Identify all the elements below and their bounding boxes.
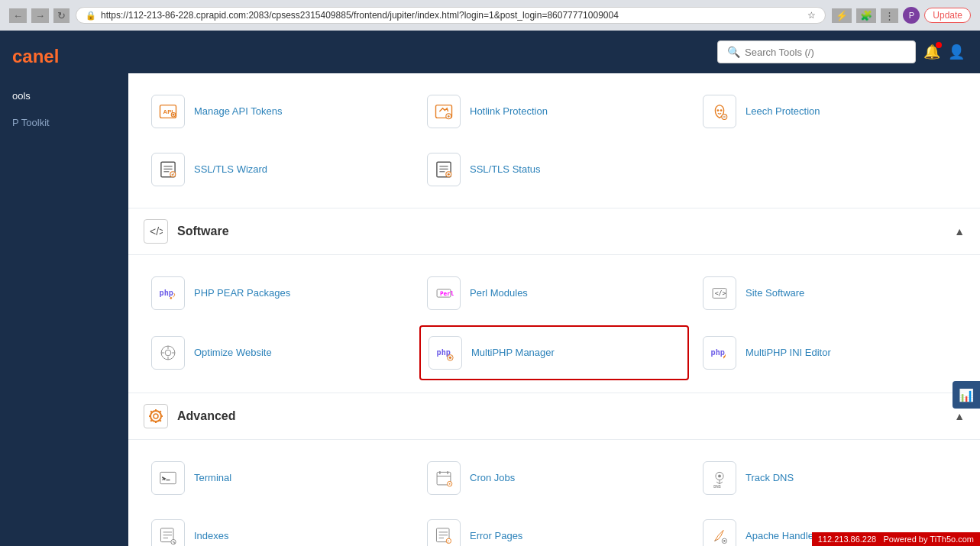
indexes-label: Indexes — [194, 530, 229, 543]
software-section-title: Software — [177, 225, 229, 238]
optimize-website-label: Optimize Website — [194, 347, 272, 360]
multiphp-manager-icon-wrap: php — [429, 336, 462, 370]
menu-icon[interactable]: ⋮ — [881, 8, 898, 23]
software-section-icon: </> — [144, 219, 168, 244]
svg-line-47 — [160, 420, 161, 422]
svg-text:Perl: Perl — [440, 290, 454, 297]
sidebar: canel ools P Toolkit — [0, 31, 128, 546]
track-dns-icon-wrap: DNS — [703, 461, 736, 495]
terminal-icon — [157, 467, 179, 489]
star-icon: ☆ — [807, 10, 816, 21]
security-tools-grid: API Manage API Tokens — [128, 73, 980, 208]
tool-item-manage-api-tokens[interactable]: API Manage API Tokens — [144, 86, 413, 137]
extensions-icon[interactable]: 🧩 — [856, 8, 876, 23]
multiphp-manager-label: MultiPHP Manager — [471, 347, 555, 360]
site-software-label: Site Software — [746, 287, 804, 300]
advanced-section: Advanced ▲ — [128, 393, 980, 546]
profile-avatar[interactable]: P — [903, 7, 920, 24]
powered-by-text: Powered by TiTh5o.com — [883, 535, 974, 544]
fab-button[interactable]: 📊 — [953, 381, 980, 409]
svg-line-48 — [160, 411, 161, 412]
advanced-section-header[interactable]: Advanced ▲ — [128, 393, 980, 440]
code-brackets-icon: </> — [149, 225, 163, 238]
tool-item-site-software[interactable]: </> Site Software — [695, 267, 965, 319]
apache-handlers-icon-wrap — [703, 519, 736, 546]
url-text: https://112-213-86-228.cprapid.com:2083/… — [101, 10, 803, 21]
tool-item-ssl-tls-wizard[interactable]: SSL/TLS Wizard — [144, 144, 413, 195]
track-dns-icon: DNS — [709, 467, 730, 489]
browser-actions: ⚡ 🧩 ⋮ P Update — [832, 7, 971, 24]
tool-item-error-pages[interactable]: ! Error Pages — [419, 510, 689, 546]
tool-item-multiphp-manager[interactable]: php MultiPHP Manager — [419, 325, 689, 380]
apache-handlers-label: Apache Handlers — [746, 530, 822, 543]
api-icon: API — [157, 101, 179, 122]
ssl-wizard-icon — [157, 159, 179, 180]
svg-point-9 — [720, 109, 723, 111]
cron-jobs-icon-wrap — [427, 461, 461, 495]
manage-api-tokens-label: Manage API Tokens — [194, 105, 282, 118]
browser-chrome: ← → ↻ 🔒 https://112-213-86-228.cprapid.c… — [0, 0, 980, 31]
tool-item-optimize-website[interactable]: Optimize Website — [144, 325, 413, 380]
content-inner: API Manage API Tokens — [128, 73, 980, 546]
back-button[interactable]: ← — [9, 8, 27, 23]
lightning-icon[interactable]: ⚡ — [832, 8, 852, 23]
sidebar-item-toolkit[interactable]: P Toolkit — [0, 109, 128, 136]
sidebar-logo: canel — [0, 38, 128, 82]
tool-item-hotlink-protection[interactable]: Hotlink Protection — [419, 86, 689, 137]
forward-button[interactable]: → — [31, 8, 49, 23]
powered-by-bar: 112.213.86.228 Powered by TiTh5o.com — [812, 532, 980, 546]
advanced-header-left: Advanced — [144, 404, 235, 428]
ip-address: 112.213.86.228 — [818, 535, 876, 544]
perl-modules-icon-wrap: Perl — [427, 276, 461, 310]
reload-button[interactable]: ↻ — [53, 8, 70, 23]
advanced-section-icon — [144, 404, 168, 428]
tool-item-leech-protection[interactable]: Leech Protection — [695, 86, 965, 137]
user-button[interactable]: 👤 — [948, 44, 965, 60]
svg-line-46 — [150, 411, 152, 412]
tool-item-terminal[interactable]: Terminal — [144, 452, 413, 504]
search-icon: 🔍 — [727, 46, 740, 58]
search-box[interactable]: 🔍 — [717, 40, 916, 63]
tool-item-ssl-tls-status[interactable]: SSL/TLS Status — [419, 144, 689, 195]
multiphp-ini-editor-label: MultiPHP INI Editor — [746, 347, 831, 360]
php-pear-icon: php — [157, 283, 179, 304]
error-pages-label: Error Pages — [470, 530, 522, 543]
software-tools-grid: php PHP PEAR Packages — [128, 255, 980, 393]
sidebar-item-tools[interactable]: ools — [0, 82, 128, 109]
ssl-tls-wizard-label: SSL/TLS Wizard — [194, 163, 267, 176]
tool-item-perl-modules[interactable]: Perl Perl Modules — [419, 267, 689, 319]
track-dns-label: Track DNS — [746, 472, 794, 485]
leech-protection-label: Leech Protection — [746, 105, 820, 118]
tool-item-track-dns[interactable]: DNS Track DNS — [695, 452, 965, 504]
address-bar[interactable]: 🔒 https://112-213-86-228.cprapid.com:208… — [76, 7, 826, 24]
svg-line-70 — [174, 542, 175, 543]
svg-point-22 — [448, 173, 450, 176]
indexes-icon-wrap — [151, 519, 185, 546]
hotlink-protection-label: Hotlink Protection — [470, 105, 548, 118]
site-software-icon-wrap: </> — [703, 276, 736, 310]
notifications-button[interactable]: 🔔 — [923, 44, 940, 60]
leech-icon — [709, 101, 730, 122]
tool-item-indexes[interactable]: Indexes — [144, 510, 413, 546]
tool-item-cron-jobs[interactable]: Cron Jobs — [419, 452, 689, 504]
software-section-header[interactable]: </> Software ▲ — [128, 208, 980, 255]
ssl-tls-status-label: SSL/TLS Status — [470, 163, 541, 176]
terminal-icon-wrap — [151, 461, 185, 495]
advanced-tools-grid: Terminal — [128, 440, 980, 546]
cron-icon — [433, 467, 454, 489]
tool-item-multiphp-ini-editor[interactable]: php MultiPHP INI Editor — [695, 325, 965, 380]
software-collapse-icon: ▲ — [954, 225, 965, 237]
svg-text:!: ! — [448, 539, 449, 544]
apache-icon — [709, 525, 730, 546]
search-input[interactable] — [745, 47, 906, 58]
tool-item-php-pear-packages[interactable]: php PHP PEAR Packages — [144, 267, 413, 319]
software-header-left: </> Software — [144, 219, 229, 244]
site-software-icon: </> — [709, 283, 730, 304]
update-button[interactable]: Update — [924, 8, 971, 23]
svg-point-31 — [165, 350, 171, 356]
svg-text:DNS: DNS — [713, 485, 720, 489]
perl-modules-label: Perl Modules — [470, 287, 528, 300]
terminal-label: Terminal — [194, 472, 231, 485]
svg-point-38 — [449, 357, 451, 359]
svg-point-78 — [723, 540, 726, 542]
